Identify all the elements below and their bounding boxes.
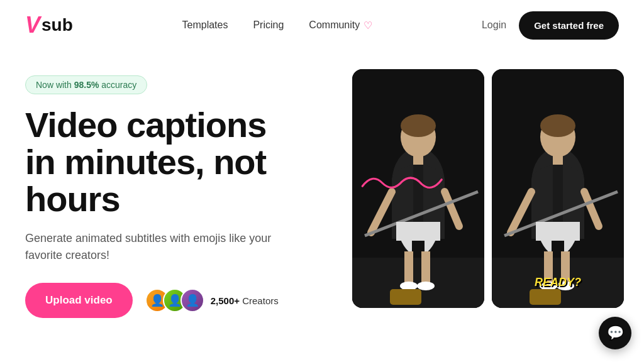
svg-rect-27 [530, 289, 561, 305]
svg-point-12 [417, 282, 435, 290]
creators-row: 2,500+ Creators [145, 288, 279, 312]
hero-right: READY? READY? [352, 69, 624, 308]
svg-point-4 [401, 114, 436, 137]
logo[interactable]: V sub [25, 14, 73, 36]
chat-bubble-button[interactable]: 💬 [599, 317, 631, 349]
svg-rect-9 [404, 251, 413, 283]
svg-point-18 [540, 114, 575, 137]
svg-rect-13 [390, 289, 421, 305]
hero-subtitle: Generate animated subtitles with emojis … [25, 230, 289, 264]
svg-rect-22 [536, 222, 580, 241]
avatar-stack [145, 288, 204, 312]
logo-sub: sub [42, 16, 73, 34]
nav-community[interactable]: Community ♡ [309, 19, 372, 31]
accuracy-badge: Now with 98.5% accuracy [25, 75, 147, 94]
creators-text: 2,500+ Creators [211, 295, 279, 306]
main-nav: Templates Pricing Community ♡ [182, 19, 373, 31]
hero-title: Video captions in minutes, not hours [25, 107, 327, 217]
logo-v: V [25, 14, 40, 36]
svg-point-11 [400, 282, 418, 290]
hero-section: Now with 98.5% accuracy Video captions i… [0, 50, 644, 318]
video-card-plain [352, 69, 484, 308]
svg-rect-8 [396, 222, 440, 241]
nav-templates[interactable]: Templates [182, 19, 228, 31]
upload-video-button[interactable]: Upload video [25, 283, 133, 318]
nav-pricing[interactable]: Pricing [253, 19, 284, 31]
nav-actions: Login Get started free [482, 11, 619, 40]
login-button[interactable]: Login [482, 19, 506, 31]
creators-count: 2,500+ [211, 295, 240, 306]
chat-icon: 💬 [607, 325, 624, 341]
header: V sub Templates Pricing Community ♡ Logi… [0, 0, 644, 50]
svg-rect-5 [413, 154, 423, 165]
get-started-button[interactable]: Get started free [519, 11, 619, 40]
svg-rect-10 [421, 251, 430, 283]
video-caption-label: READY? [535, 276, 581, 289]
heart-icon: ♡ [364, 19, 372, 31]
hero-cta-row: Upload video 2,500+ Creators [25, 283, 327, 318]
avatar-3 [180, 288, 204, 312]
svg-rect-19 [553, 154, 563, 165]
hero-left: Now with 98.5% accuracy Video captions i… [25, 69, 327, 318]
video-card-captioned: READY? READY? [492, 69, 624, 308]
